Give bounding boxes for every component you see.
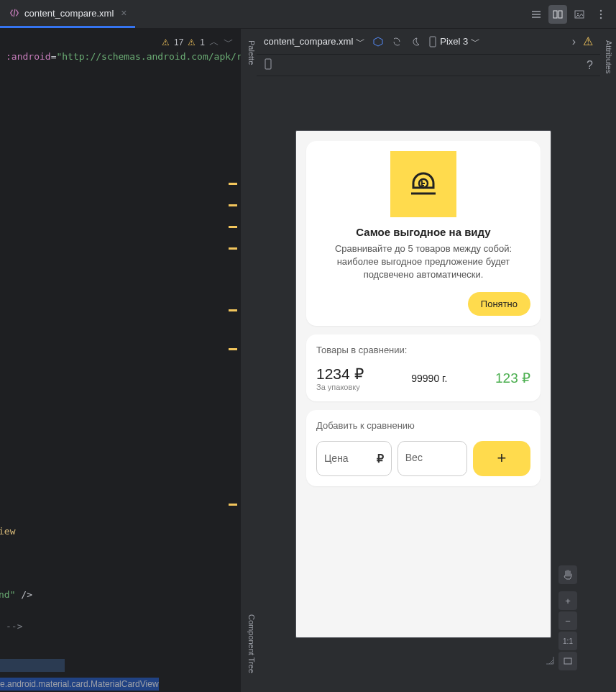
tab-bar: content_compare.xml × — [0, 0, 616, 29]
chevron-up-icon[interactable]: ︿ — [209, 36, 219, 49]
editor-tab[interactable]: content_compare.xml × — [0, 0, 135, 28]
design-mode-icons — [372, 36, 421, 47]
fold-marker[interactable] — [229, 247, 237, 250]
split-view-icon[interactable] — [548, 5, 567, 24]
help-icon[interactable]: ? — [587, 59, 593, 72]
svg-point-4 — [600, 9, 602, 11]
svg-point-6 — [600, 17, 602, 18]
intro-description: Сравнивайте до 5 товаров между собой: на… — [316, 242, 530, 282]
inspection-widget[interactable]: ⚠ 17 ⚠ 1 ︿ ﹀ — [162, 36, 234, 49]
code-editor[interactable]: ⚠ 17 ⚠ 1 ︿ ﹀ :android="http://schemas.an… — [0, 29, 241, 692]
layout-selector[interactable]: content_compare.xml ﹀ — [264, 35, 365, 48]
content-area: ⚠ 17 ⚠ 1 ︿ ﹀ :android="http://schemas.an… — [0, 29, 616, 692]
chevron-down-icon[interactable]: ﹀ — [224, 36, 234, 49]
chevron-down-icon: ﹀ — [471, 35, 480, 48]
warning-icon: ⚠ — [188, 37, 196, 47]
ruble-icon: ₽ — [377, 452, 384, 465]
svg-rect-8 — [265, 59, 271, 69]
zoom-fit-button[interactable] — [558, 652, 577, 670]
fold-marker[interactable] — [229, 504, 237, 506]
more-icon[interactable] — [592, 5, 610, 24]
device-selector[interactable]: Pixel 3 ﹀ — [428, 35, 480, 48]
compare-card: Товары в сравнении: 1234 ₽ За упаковку 9… — [306, 334, 541, 401]
compare-row: 1234 ₽ За упаковку 99990 г. 123 ₽ — [316, 365, 530, 391]
add-label: Добавить к сравнению — [316, 420, 530, 431]
chevron-down-icon: ﹀ — [356, 35, 365, 48]
add-card: Добавить к сравнению Цена ₽ Вес + — [306, 410, 541, 486]
price-sublabel: За упаковку — [316, 383, 364, 391]
intro-title: Самое выгодное на виду — [316, 226, 530, 238]
intro-card: Самое выгодное на виду Сравнивайте до 5 … — [306, 141, 541, 326]
close-icon[interactable]: × — [121, 7, 127, 19]
preview-panel: content_compare.xml ﹀ Pixel 3 ﹀ › ⚠ ? — [257, 29, 600, 692]
code-line[interactable]: --> — [0, 620, 28, 633]
design-view-icon[interactable] — [570, 5, 589, 24]
component-tree-panel-label[interactable]: Component Tree — [246, 610, 257, 678]
warning-minor-count: 1 — [200, 37, 205, 47]
status-breadcrumb[interactable]: e.android.material.card.MaterialCardView — [0, 676, 159, 692]
warning-icon: ⚠ — [162, 37, 170, 47]
price-column: 1234 ₽ За упаковку — [316, 365, 364, 391]
fold-marker[interactable] — [229, 348, 237, 350]
weight-input[interactable]: Вес — [397, 441, 467, 476]
warning-icon[interactable]: ⚠ — [583, 35, 593, 48]
preview-subtoolbar: ? — [257, 55, 600, 76]
svg-rect-7 — [430, 37, 436, 47]
orientation-icon[interactable] — [391, 36, 403, 47]
fold-marker[interactable] — [229, 204, 237, 206]
compare-label: Товары в сравнении: — [316, 345, 530, 355]
app-layout: Самое выгодное на виду Сравнивайте до 5 … — [296, 131, 551, 496]
svg-rect-1 — [558, 11, 562, 18]
chevron-right-icon[interactable]: › — [572, 35, 576, 48]
code-line[interactable]: :android="http://schemas.android.com/apk… — [0, 50, 241, 63]
svg-point-3 — [577, 13, 579, 14]
zoom-out-button[interactable]: − — [558, 611, 577, 630]
tab-view-controls — [527, 5, 616, 24]
zoom-in-button[interactable]: + — [558, 591, 577, 610]
fold-marker[interactable] — [229, 226, 237, 228]
code-view-icon[interactable] — [527, 5, 546, 24]
night-mode-icon[interactable] — [410, 36, 421, 47]
pan-button[interactable] — [558, 565, 577, 584]
xml-file-icon — [9, 7, 20, 19]
zoom-ratio-button[interactable]: 1:1 — [558, 632, 577, 650]
svg-rect-0 — [553, 11, 557, 18]
input-row: Цена ₽ Вес + — [316, 441, 530, 476]
design-surface-icon[interactable] — [372, 36, 384, 47]
code-line[interactable]: nd" /> — [0, 588, 38, 601]
attributes-panel-label[interactable]: Attributes — [603, 36, 615, 78]
best-price: 123 ₽ — [495, 370, 530, 386]
fold-marker[interactable] — [229, 309, 237, 311]
price-input[interactable]: Цена ₽ — [316, 441, 392, 476]
code-selection — [0, 659, 65, 672]
fold-marker[interactable] — [229, 183, 237, 185]
ok-button[interactable]: Понятно — [468, 292, 530, 316]
device-canvas[interactable]: Самое выгодное на виду Сравнивайте до 5 … — [257, 76, 600, 692]
warning-major-count: 17 — [174, 37, 183, 47]
add-button[interactable]: + — [473, 441, 530, 476]
tab-filename: content_compare.xml — [24, 8, 114, 19]
weight-value: 99990 г. — [411, 373, 447, 384]
resize-handle[interactable] — [546, 655, 554, 668]
svg-point-5 — [600, 13, 602, 14]
palette-panel-label[interactable]: Palette — [246, 36, 257, 69]
device-frame: Самое выгодное на виду Сравнивайте до 5 … — [295, 130, 551, 638]
device-icon[interactable] — [264, 58, 272, 73]
price-value: 1234 ₽ — [316, 365, 364, 383]
intro-image — [390, 151, 456, 217]
preview-toolbar: content_compare.xml ﹀ Pixel 3 ﹀ › ⚠ — [257, 29, 600, 55]
code-line[interactable]: iew — [0, 525, 21, 538]
svg-rect-10 — [564, 658, 571, 664]
zoom-controls: + − 1:1 — [558, 565, 577, 670]
